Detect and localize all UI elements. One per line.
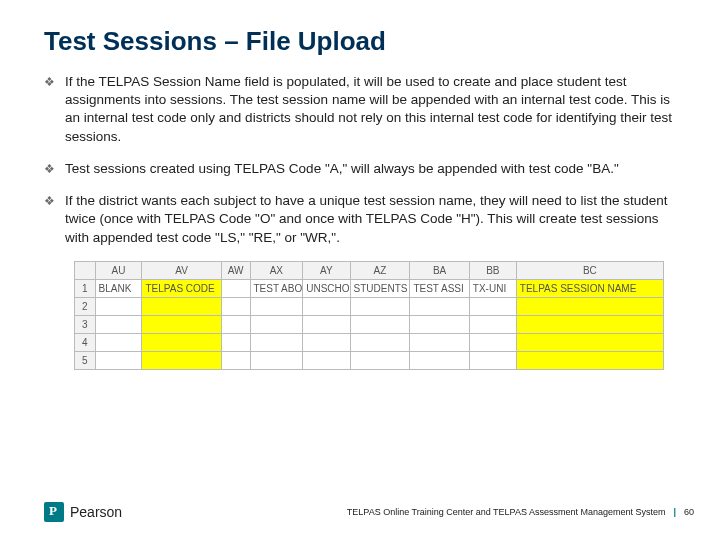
col-header: AU xyxy=(95,261,142,279)
col-header: AV xyxy=(142,261,221,279)
cell xyxy=(350,297,410,315)
spreadsheet-table: AU AV AW AX AY AZ BA BB BC 1 BLANK TELPA… xyxy=(74,261,664,370)
cell xyxy=(469,333,516,351)
cell xyxy=(303,297,350,315)
cell xyxy=(410,315,469,333)
page-title: Test Sessions – File Upload xyxy=(44,26,676,57)
footer: Pearson TELPAS Online Training Center an… xyxy=(44,502,694,522)
bullet-list: ❖ If the TELPAS Session Name field is po… xyxy=(44,73,676,247)
cell-highlighted: TELPAS CODE xyxy=(142,279,221,297)
row-number: 3 xyxy=(75,315,96,333)
cell xyxy=(221,351,250,369)
col-header: BA xyxy=(410,261,469,279)
cell xyxy=(350,315,410,333)
row-number: 2 xyxy=(75,297,96,315)
table-row: 5 xyxy=(75,351,664,369)
table-row: 2 xyxy=(75,297,664,315)
cell-highlighted xyxy=(142,333,221,351)
cell-highlighted xyxy=(516,315,663,333)
cell xyxy=(350,333,410,351)
cell xyxy=(303,333,350,351)
row-number: 5 xyxy=(75,351,96,369)
cell xyxy=(469,297,516,315)
cell xyxy=(303,315,350,333)
cell-highlighted xyxy=(516,351,663,369)
footer-separator-icon: | xyxy=(673,507,676,517)
column-header-row: AU AV AW AX AY AZ BA BB BC xyxy=(75,261,664,279)
list-item: ❖ If the district wants each subject to … xyxy=(44,192,676,247)
cell: STUDENTS xyxy=(350,279,410,297)
cell-highlighted xyxy=(516,333,663,351)
cell xyxy=(221,297,250,315)
cell xyxy=(95,333,142,351)
cell xyxy=(303,351,350,369)
cell xyxy=(95,315,142,333)
cell xyxy=(410,351,469,369)
col-header: AW xyxy=(221,261,250,279)
cell xyxy=(410,297,469,315)
cell xyxy=(250,315,303,333)
page-number: 60 xyxy=(684,507,694,517)
cell xyxy=(350,351,410,369)
bullet-text: Test sessions created using TELPAS Code … xyxy=(65,160,676,178)
cell xyxy=(95,297,142,315)
brand-name: Pearson xyxy=(70,504,122,520)
row-number: 4 xyxy=(75,333,96,351)
cell xyxy=(221,315,250,333)
cell: TEST ABO xyxy=(250,279,303,297)
footer-right: TELPAS Online Training Center and TELPAS… xyxy=(347,507,694,517)
cell xyxy=(250,297,303,315)
cell: BLANK xyxy=(95,279,142,297)
cell-highlighted xyxy=(516,297,663,315)
list-item: ❖ Test sessions created using TELPAS Cod… xyxy=(44,160,676,178)
table-row: 1 BLANK TELPAS CODE TEST ABO UNSCHO STUD… xyxy=(75,279,664,297)
cell-highlighted: TELPAS SESSION NAME xyxy=(516,279,663,297)
cell xyxy=(221,333,250,351)
diamond-bullet-icon: ❖ xyxy=(44,162,55,176)
table-row: 4 xyxy=(75,333,664,351)
col-header: BC xyxy=(516,261,663,279)
col-header: BB xyxy=(469,261,516,279)
bullet-text: If the TELPAS Session Name field is popu… xyxy=(65,73,676,146)
cell xyxy=(469,351,516,369)
slide: Test Sessions – File Upload ❖ If the TEL… xyxy=(0,0,720,540)
corner-cell xyxy=(75,261,96,279)
table-row: 3 xyxy=(75,315,664,333)
col-header: AX xyxy=(250,261,303,279)
cell xyxy=(410,333,469,351)
col-header: AZ xyxy=(350,261,410,279)
diamond-bullet-icon: ❖ xyxy=(44,194,55,208)
cell xyxy=(250,333,303,351)
cell-highlighted xyxy=(142,351,221,369)
cell xyxy=(469,315,516,333)
diamond-bullet-icon: ❖ xyxy=(44,75,55,89)
cell-highlighted xyxy=(142,315,221,333)
cell xyxy=(221,279,250,297)
cell: TX-UNI xyxy=(469,279,516,297)
cell: UNSCHO xyxy=(303,279,350,297)
cell xyxy=(250,351,303,369)
bullet-text: If the district wants each subject to ha… xyxy=(65,192,676,247)
cell xyxy=(95,351,142,369)
pearson-logo-icon xyxy=(44,502,64,522)
brand: Pearson xyxy=(44,502,122,522)
spreadsheet-preview: AU AV AW AX AY AZ BA BB BC 1 BLANK TELPA… xyxy=(74,261,664,370)
row-number: 1 xyxy=(75,279,96,297)
footer-text: TELPAS Online Training Center and TELPAS… xyxy=(347,507,666,517)
list-item: ❖ If the TELPAS Session Name field is po… xyxy=(44,73,676,146)
cell-highlighted xyxy=(142,297,221,315)
col-header: AY xyxy=(303,261,350,279)
cell: TEST ASSI xyxy=(410,279,469,297)
